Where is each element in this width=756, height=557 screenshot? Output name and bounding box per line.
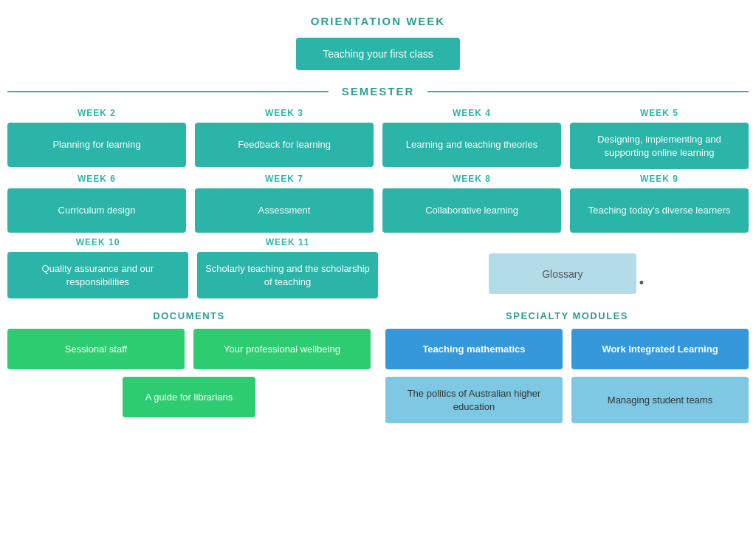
documents-row-2: A guide for librarians bbox=[7, 377, 371, 417]
documents-row-1: Sessional staff Your professional wellbe… bbox=[7, 329, 371, 369]
week-9-label: WEEK 9 bbox=[640, 174, 678, 184]
spec-managing-student-teams[interactable]: Managing student teams bbox=[571, 377, 749, 423]
week-3-box[interactable]: Feedback for learning bbox=[195, 123, 374, 167]
documents-title: DOCUMENTS bbox=[7, 310, 371, 321]
week-10-label: WEEK 10 bbox=[76, 237, 120, 247]
week-col-9: WEEK 9 Teaching today's diverse learners bbox=[570, 174, 749, 233]
specialty-row-1: Teaching mathematics Work Integrated Lea… bbox=[385, 329, 749, 369]
page-container: ORIENTATION WEEK Teaching your first cla… bbox=[0, 0, 756, 440]
week-4-label: WEEK 4 bbox=[453, 108, 491, 118]
week-6-box[interactable]: Curriculum design bbox=[7, 188, 186, 233]
week-6-label: WEEK 6 bbox=[78, 174, 116, 184]
week-3-label: WEEK 3 bbox=[265, 108, 303, 118]
doc-sessional-staff[interactable]: Sessional staff bbox=[7, 329, 185, 369]
week-8-box[interactable]: Collaborative learning bbox=[382, 188, 561, 233]
week-col-3: WEEK 3 Feedback for learning bbox=[195, 108, 374, 167]
week-col-5: WEEK 5 Designing, implementing and suppo… bbox=[570, 108, 749, 169]
doc-guide-librarians[interactable]: A guide for librarians bbox=[123, 377, 255, 417]
specialty-row-2: The politics of Australian higher educat… bbox=[385, 377, 749, 423]
bottom-sections: DOCUMENTS Sessional staff Your professio… bbox=[7, 310, 749, 425]
dot-indicator: • bbox=[636, 273, 647, 294]
glossary-box[interactable]: Glossary bbox=[489, 253, 636, 294]
week-7-label: WEEK 7 bbox=[265, 174, 303, 184]
week-row-3: WEEK 10 Quality assurance and our respon… bbox=[7, 237, 749, 298]
spec-teaching-mathematics[interactable]: Teaching mathematics bbox=[385, 329, 563, 369]
week-8-label: WEEK 8 bbox=[453, 174, 491, 184]
specialty-title: SPECIALTY MODULES bbox=[385, 310, 749, 321]
week-7-box[interactable]: Assessment bbox=[195, 188, 374, 233]
semester-label: SEMESTER bbox=[329, 85, 428, 98]
week-2-label: WEEK 2 bbox=[78, 108, 116, 118]
week-9-box[interactable]: Teaching today's diverse learners bbox=[570, 188, 749, 233]
divider-line-right bbox=[427, 91, 749, 92]
doc-professional-wellbeing[interactable]: Your professional wellbeing bbox=[193, 329, 371, 369]
week-4-box[interactable]: Learning and teaching theories bbox=[382, 123, 561, 167]
week-5-label: WEEK 5 bbox=[640, 108, 678, 118]
spec-politics-higher-education[interactable]: The politics of Australian higher educat… bbox=[385, 377, 563, 423]
spec-work-integrated-learning[interactable]: Work Integrated Learning bbox=[571, 329, 749, 369]
week-10-box[interactable]: Quality assurance and our responsibiliti… bbox=[7, 252, 188, 298]
week-row-1: WEEK 2 Planning for learning WEEK 3 Feed… bbox=[7, 108, 749, 169]
week-11-box[interactable]: Scholarly teaching and the scholarship o… bbox=[197, 252, 378, 298]
week-col-10: WEEK 10 Quality assurance and our respon… bbox=[7, 237, 188, 298]
orientation-title: ORIENTATION WEEK bbox=[7, 15, 749, 27]
week-row-2: WEEK 6 Curriculum design WEEK 7 Assessme… bbox=[7, 174, 749, 233]
week-col-11: WEEK 11 Scholarly teaching and the schol… bbox=[197, 237, 378, 298]
specialty-grid: Teaching mathematics Work Integrated Lea… bbox=[385, 329, 749, 423]
week-col-4: WEEK 4 Learning and teaching theories bbox=[382, 108, 561, 167]
semester-section: WEEK 2 Planning for learning WEEK 3 Feed… bbox=[7, 108, 749, 298]
orientation-section: ORIENTATION WEEK Teaching your first cla… bbox=[7, 15, 749, 70]
week-col-2: WEEK 2 Planning for learning bbox=[7, 108, 186, 167]
documents-section: DOCUMENTS Sessional staff Your professio… bbox=[7, 310, 371, 425]
specialty-section: SPECIALTY MODULES Teaching mathematics W… bbox=[385, 310, 749, 425]
divider-line-left bbox=[7, 91, 329, 92]
week-col-6: WEEK 6 Curriculum design bbox=[7, 174, 186, 233]
week-col-7: WEEK 7 Assessment bbox=[195, 174, 374, 233]
week-col-8: WEEK 8 Collaborative learning bbox=[382, 174, 561, 233]
week-5-box[interactable]: Designing, implementing and supporting o… bbox=[570, 123, 749, 169]
week-11-label: WEEK 11 bbox=[266, 237, 310, 247]
orientation-box[interactable]: Teaching your first class bbox=[296, 38, 459, 70]
week-2-box[interactable]: Planning for learning bbox=[7, 123, 186, 167]
semester-divider: SEMESTER bbox=[7, 85, 749, 98]
glossary-area: Glossary • bbox=[387, 237, 749, 294]
